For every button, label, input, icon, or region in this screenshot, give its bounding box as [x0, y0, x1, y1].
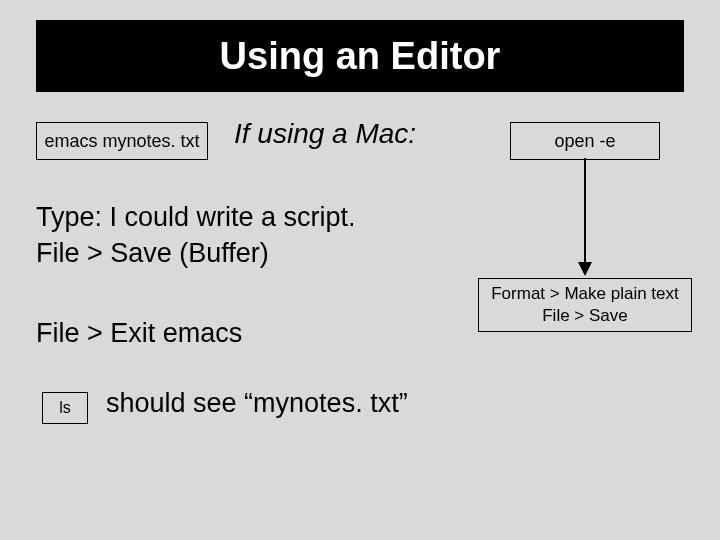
open-command-box: open -e: [510, 122, 660, 160]
mac-label: If using a Mac:: [234, 118, 416, 150]
arrow-head-icon: [578, 262, 592, 276]
instruction-exit: File > Exit emacs: [36, 318, 242, 349]
format-instructions-box: Format > Make plain text File > Save: [478, 278, 692, 332]
slide: Using an Editor emacs mynotes. txt If us…: [0, 0, 720, 540]
arrow-line: [584, 158, 586, 266]
instruction-type: Type: I could write a script.: [36, 202, 356, 233]
format-line-1: Format > Make plain text: [491, 283, 679, 305]
ls-result-text: should see “mynotes. txt”: [106, 388, 408, 419]
instruction-save: File > Save (Buffer): [36, 238, 269, 269]
emacs-command-box: emacs mynotes. txt: [36, 122, 208, 160]
format-line-2: File > Save: [542, 305, 628, 327]
slide-title: Using an Editor: [36, 20, 684, 92]
ls-command-box: ls: [42, 392, 88, 424]
